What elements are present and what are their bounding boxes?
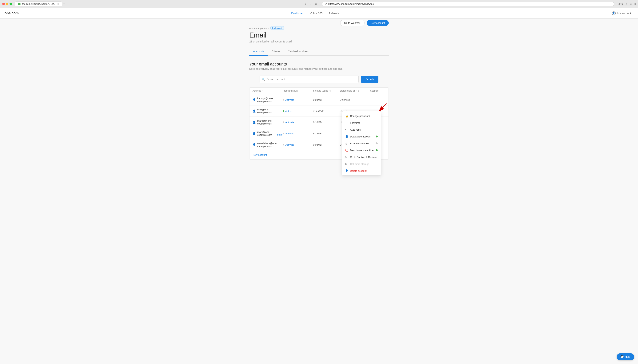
email-cell: 👤 kathryn@one-example.com [253, 97, 283, 102]
premium-status[interactable]: Activate [285, 98, 294, 101]
status-dot [283, 144, 284, 146]
nav-office365[interactable]: Office 365 [310, 12, 323, 15]
user-avatar-icon: 👤 [612, 12, 616, 15]
search-input[interactable] [260, 76, 359, 83]
premium-status[interactable]: Activate [285, 132, 294, 135]
menu-deactivate-spam[interactable]: 🚫 Deactivate spam filter [342, 147, 381, 154]
logo[interactable]: one.com [5, 11, 19, 15]
bookmark-icon[interactable]: ☆ [625, 3, 627, 5]
url-display: https://www.one.com/admin/mail/overview.… [328, 3, 374, 5]
new-tab-button[interactable]: + [63, 2, 65, 6]
menu-item-label: Activate sanebox [350, 142, 369, 145]
menu-forwards[interactable]: → Forwards [342, 119, 381, 126]
forward-button[interactable]: › [309, 2, 312, 6]
tab-title: one.com : Hosting, Domain, Em… [22, 3, 56, 5]
security-icon: 🛡 [325, 3, 327, 5]
email-cell: 👤 margot@one-example.com [253, 119, 283, 125]
nav-referrals[interactable]: Referrals [329, 12, 339, 15]
go-to-webmail-button[interactable]: Go to Webmail [340, 20, 364, 26]
tab-catchall[interactable]: Catch-all address [284, 48, 313, 56]
menu-item-label: Auto-reply [350, 128, 361, 131]
close-button[interactable] [2, 3, 5, 5]
help-button[interactable]: 💬 Help [617, 353, 634, 360]
traffic-lights [2, 3, 12, 5]
help-chat-icon: 💬 [620, 355, 624, 358]
menu-delete-account[interactable]: 👤 Delete account [342, 167, 381, 174]
menu-item-label: Forwards [350, 122, 360, 124]
tab-accounts[interactable]: Accounts [249, 48, 268, 56]
storage-info-icon[interactable]: ℹ [330, 90, 331, 92]
email-icon: 👤 [253, 121, 256, 124]
toggle-off[interactable] [376, 142, 378, 144]
lock-icon: 🔒 [345, 114, 348, 118]
menu-deactivate-account[interactable]: 👤 Deactivate account [342, 133, 381, 140]
menu-item-label: Deactivate account [350, 135, 371, 138]
sort-icon[interactable]: ▾ [262, 90, 263, 92]
menu-backup-restore[interactable]: ↻ Go to Backup & Restore [342, 154, 381, 160]
status-cell: Active [283, 110, 313, 112]
premium-status[interactable]: Activate [285, 143, 294, 146]
table-row: 👤 mail@one-example.com Active 717.72MB U… [250, 106, 388, 117]
tabs: Accounts Aliases Catch-all address [249, 48, 389, 56]
main-nav: Dashboard Office 365 Referrals [291, 12, 339, 15]
app-header: one.com Dashboard Office 365 Referrals 👤… [0, 8, 638, 19]
status-cell: Activate [283, 143, 313, 146]
email-icon: 👤 [253, 132, 256, 135]
status-dot [283, 110, 284, 112]
tab-favicon [18, 3, 21, 5]
premium-status[interactable]: Active [285, 110, 292, 112]
back-button[interactable]: ‹ [304, 2, 307, 6]
email-icon: 👤 [253, 143, 256, 146]
menu-activate-sanebox[interactable]: 🗑 Activate sanebox [342, 140, 381, 147]
email-icon: 👤 [253, 110, 256, 112]
addon-sort-icon[interactable]: ▾ [356, 90, 357, 92]
toggle-spam-on[interactable] [376, 149, 378, 151]
extensions-icon[interactable]: 🛡 [630, 3, 632, 5]
browser-right: 80 % ☆ 🛡 ≡ [618, 3, 636, 5]
sanebox-icon: 🗑 [345, 142, 348, 145]
premium-status[interactable]: Activate [285, 121, 294, 124]
context-menu: 🔒 Change password → Forwards ↩ Auto-repl… [342, 111, 381, 176]
help-label: Help [625, 355, 630, 358]
title-section: Go to Webmail New account Email 21 of un… [249, 31, 389, 48]
minimize-button[interactable] [6, 3, 9, 5]
fullscreen-button[interactable] [10, 3, 12, 5]
zoom-level: 80 % [618, 3, 623, 5]
tab-bar: one.com : Hosting, Domain, Em… ✕ + [15, 2, 302, 6]
settings-cell: ⋮ [370, 97, 385, 102]
browser-tab[interactable]: one.com : Hosting, Domain, Em… ✕ [15, 2, 62, 6]
col-premium: Premium Mail ℹ [283, 90, 313, 92]
tab-aliases[interactable]: Aliases [268, 48, 284, 56]
page-subtitle: 21 of unlimited email accounts used [249, 40, 389, 43]
email-cell: 👤 newsletters@one-example.com [253, 142, 283, 148]
col-address: Address ▾ [253, 90, 283, 92]
storage-cell: 0.03MB [313, 98, 340, 101]
storage-sort-icon[interactable]: ▾ [329, 90, 330, 92]
status-dot [283, 122, 284, 123]
toggle-on[interactable] [376, 136, 378, 138]
domain-name: one-example.com [249, 27, 269, 30]
row-menu-button[interactable]: ⋮ [379, 97, 385, 102]
reload-button[interactable]: ↻ [313, 2, 318, 6]
menu-auto-reply[interactable]: ↩ Auto-reply [342, 126, 381, 133]
table-row: 👤 kathryn@one-example.com Activate 0.03M… [250, 94, 388, 106]
new-account-button[interactable]: New account [367, 20, 389, 26]
menu-icon[interactable]: ≡ [634, 3, 636, 5]
menu-item-label: Go to Backup & Restore [350, 156, 377, 158]
plus-more-label: +1 more [277, 131, 283, 136]
user-icon: 👤 [345, 135, 348, 138]
section-title: Your email accounts [249, 62, 389, 67]
search-row: 🔍 Search [249, 76, 389, 83]
nav-dashboard[interactable]: Dashboard [291, 12, 304, 15]
search-button[interactable]: Search [361, 76, 378, 82]
menu-change-password[interactable]: 🔒 Change password [342, 112, 381, 119]
address-bar[interactable]: 🛡 https://www.one.com/admin/mail/overvie… [322, 2, 614, 6]
my-account-menu[interactable]: 👤 My account ▾ [612, 12, 633, 15]
addon-info-icon[interactable]: ℹ [358, 90, 359, 92]
status-dot [283, 99, 284, 100]
premium-info-icon[interactable]: ℹ [297, 90, 298, 92]
reply-icon: ↩ [345, 128, 348, 131]
col-addon: Storage add-on ▾ ℹ [340, 90, 370, 92]
email-icon: 👤 [253, 98, 256, 101]
close-tab-icon[interactable]: ✕ [57, 3, 59, 5]
